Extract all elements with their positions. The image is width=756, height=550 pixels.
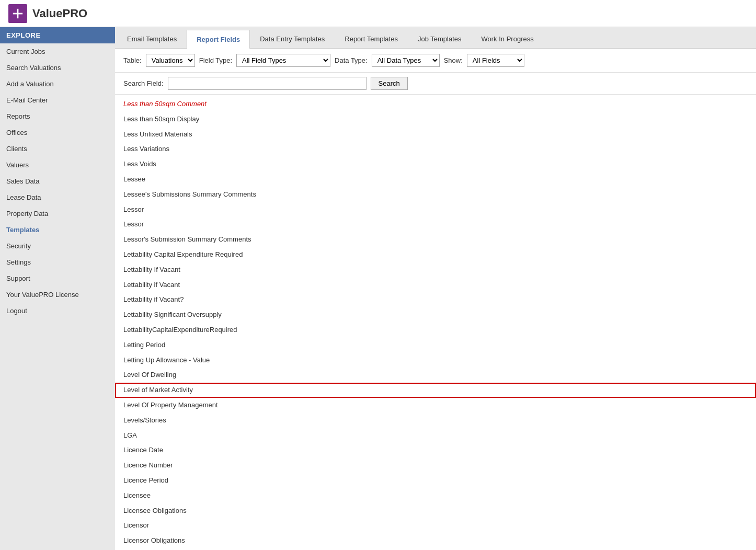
field-item[interactable]: Less Voids: [115, 157, 756, 172]
show-select[interactable]: All Fields: [467, 54, 524, 67]
field-item[interactable]: Lettability Capital Expenditure Required: [115, 247, 756, 262]
field-item[interactable]: Levels/Stories: [115, 413, 756, 428]
field-item[interactable]: Less Variations: [115, 142, 756, 157]
sidebar-item-your-valuepro-license[interactable]: Your ValuePRO License: [0, 287, 115, 303]
sidebar-item-security[interactable]: Security: [0, 238, 115, 254]
field-item[interactable]: Level Of Property Management: [115, 398, 756, 413]
field-item[interactable]: Lettability if Vacant: [115, 278, 756, 293]
sidebar-header: EXPLORE: [0, 27, 115, 43]
app-header: ValuePRO: [0, 0, 756, 27]
field-type-label: Field Type:: [199, 56, 232, 64]
tab-report-templates[interactable]: Report Templates: [335, 29, 408, 48]
field-item[interactable]: Lessor: [115, 217, 756, 232]
field-item[interactable]: Lettability Significant Oversupply: [115, 307, 756, 323]
show-label: Show:: [444, 56, 463, 64]
tab-email-templates[interactable]: Email Templates: [117, 29, 187, 48]
field-item[interactable]: Letting Period: [115, 338, 756, 353]
field-item[interactable]: Licensee Obligations: [115, 503, 756, 519]
sidebar-item-sales-data[interactable]: Sales Data: [0, 173, 115, 189]
sidebar-item-valuers[interactable]: Valuers: [0, 157, 115, 173]
search-button[interactable]: Search: [371, 77, 408, 90]
field-item[interactable]: Lettability if Vacant?: [115, 292, 756, 307]
data-type-label: Data Type:: [335, 56, 368, 64]
sidebar-item-settings[interactable]: Settings: [0, 254, 115, 270]
table-select[interactable]: Valuations: [146, 54, 195, 67]
field-item[interactable]: Licence Date: [115, 443, 756, 458]
search-input[interactable]: [168, 77, 366, 90]
field-item[interactable]: Lessee: [115, 172, 756, 187]
sidebar-item-support[interactable]: Support: [0, 270, 115, 287]
field-list: Less than 50sqm CommentLess than 50sqm D…: [115, 95, 756, 550]
sidebar-item-search-valuations[interactable]: Search Valuations: [0, 60, 115, 76]
sidebar-item-lease-data[interactable]: Lease Data: [0, 189, 115, 205]
field-item[interactable]: Lettability If Vacant: [115, 262, 756, 278]
field-type-select[interactable]: All Field Types: [236, 54, 330, 67]
sidebar-item-templates[interactable]: Templates: [0, 222, 115, 238]
field-item[interactable]: LGA: [115, 428, 756, 443]
sidebar-item-add-a-valuation[interactable]: Add a Valuation: [0, 76, 115, 92]
tab-job-templates[interactable]: Job Templates: [408, 29, 472, 48]
field-item[interactable]: Level Of Dwelling: [115, 368, 756, 383]
field-item[interactable]: Licensee: [115, 488, 756, 503]
sidebar-item-property-data[interactable]: Property Data: [0, 205, 115, 222]
tabs-bar: Email TemplatesReport FieldsData Entry T…: [115, 27, 756, 49]
search-field-label: Search Field:: [123, 79, 164, 87]
logo-icon: [8, 4, 27, 23]
field-item[interactable]: Level of Market Activity: [115, 383, 756, 398]
tab-data-entry-templates[interactable]: Data Entry Templates: [250, 29, 335, 48]
sidebar-item-offices[interactable]: Offices: [0, 124, 115, 141]
sidebar-item-clients[interactable]: Clients: [0, 141, 115, 157]
sidebar-item-current-jobs[interactable]: Current Jobs: [0, 43, 115, 60]
field-item[interactable]: Licence Number: [115, 458, 756, 473]
field-item[interactable]: Letting Up Allowance - Value: [115, 353, 756, 368]
data-type-select[interactable]: All Data Types: [372, 54, 440, 67]
tab-work-in-progress[interactable]: Work In Progress: [472, 29, 544, 48]
sidebar: EXPLORE Current JobsSearch ValuationsAdd…: [0, 27, 115, 550]
field-item[interactable]: Lessee's Submissions Summary Comments: [115, 187, 756, 202]
field-item[interactable]: Less than 50sqm Comment: [115, 97, 756, 112]
sidebar-item-e-mail-center[interactable]: E-Mail Center: [0, 92, 115, 108]
filter-bar: Table: Valuations Field Type: All Field …: [115, 49, 756, 73]
field-item[interactable]: Lessor's Submission Summary Comments: [115, 232, 756, 247]
logo-text: ValuePRO: [32, 7, 87, 20]
table-label: Table:: [123, 56, 142, 64]
field-item[interactable]: Less Unfixed Materials: [115, 127, 756, 142]
sidebar-items: Current JobsSearch ValuationsAdd a Valua…: [0, 43, 115, 319]
field-item[interactable]: Less than 50sqm Display: [115, 112, 756, 127]
field-item[interactable]: Licence Period: [115, 473, 756, 488]
field-item[interactable]: LettabilityCapitalExpenditureRequired: [115, 323, 756, 338]
sidebar-item-logout[interactable]: Logout: [0, 303, 115, 319]
sidebar-item-reports[interactable]: Reports: [0, 108, 115, 124]
field-item[interactable]: Licensor: [115, 518, 756, 533]
field-item[interactable]: Lessor: [115, 202, 756, 217]
search-bar: Search Field: Search: [115, 73, 756, 95]
field-item[interactable]: Licensor Obligations: [115, 533, 756, 548]
main-content: Email TemplatesReport FieldsData Entry T…: [115, 27, 756, 550]
tab-report-fields[interactable]: Report Fields: [187, 30, 250, 49]
